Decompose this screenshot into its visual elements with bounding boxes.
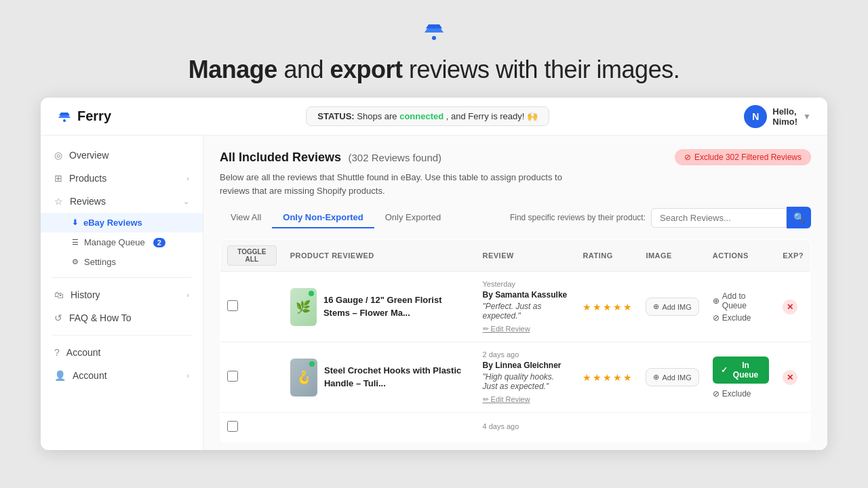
row1-product-image: 🌿 bbox=[290, 288, 317, 326]
row1-stars: ★ ★ ★ ★ ★ bbox=[583, 302, 632, 312]
search-input[interactable] bbox=[651, 208, 787, 228]
orders-icon: 🛍 bbox=[54, 289, 64, 300]
reviews-table: TOGGLE ALL PRODUCT REVIEWED REVIEW RATIN… bbox=[220, 239, 811, 443]
row3-checkbox[interactable] bbox=[227, 421, 238, 432]
app-logo: Ferry bbox=[57, 108, 111, 124]
sidebar-label-products: Products bbox=[69, 173, 106, 184]
search-button[interactable]: 🔍 bbox=[787, 207, 811, 228]
reviews-icon: ☆ bbox=[54, 196, 63, 207]
row2-in-queue-button[interactable]: ✓ In Queue bbox=[713, 357, 769, 384]
sidebar-label-reviews: Reviews bbox=[70, 196, 106, 207]
settings-icon: ⚙ bbox=[72, 258, 79, 266]
sidebar-label-history: FAQ & How To bbox=[69, 312, 132, 323]
hero-title: Manage and export reviews with their ima… bbox=[14, 56, 854, 84]
exclude-btn-label: Exclude 302 Filtered Reviews bbox=[694, 152, 802, 162]
header-user[interactable]: N Hello, Nimo! ▼ bbox=[744, 105, 811, 128]
row2-stars: ★ ★ ★ ★ ★ bbox=[583, 372, 632, 383]
row1-remove-button[interactable]: ✕ bbox=[783, 300, 797, 314]
row1-exclude-link[interactable]: ⊘ Exclude bbox=[713, 313, 769, 323]
row1-edit-review-link[interactable]: ✏ Edit Review bbox=[483, 325, 530, 333]
col-product: PRODUCT REVIEWED bbox=[283, 240, 476, 272]
status-label: STATUS: bbox=[317, 111, 354, 121]
row3-image-cell bbox=[639, 413, 705, 443]
row1-review-cell: Yesterday By Samanta Kassulke "Perfect. … bbox=[476, 272, 576, 342]
row2-product-name: Steel Crochet Hooks with Plastic Handle … bbox=[324, 365, 469, 389]
overview-icon: ◎ bbox=[54, 150, 62, 161]
ferry-logo-icon bbox=[57, 109, 72, 124]
row3-exp-cell bbox=[776, 413, 810, 443]
row1-checkbox[interactable] bbox=[227, 300, 238, 311]
exclude-icon: ⊘ bbox=[684, 152, 691, 162]
row2-review-cell: 2 days ago By Linnea Gleichner "High qua… bbox=[476, 342, 576, 413]
tab-view-all[interactable]: View All bbox=[220, 207, 272, 228]
table-row: 4 days ago bbox=[220, 413, 811, 443]
sidebar-item-account[interactable]: 👤 Account › bbox=[41, 364, 203, 387]
svg-point-0 bbox=[432, 36, 436, 40]
reviews-title-block: All Included Reviews (302 Reviews found) bbox=[220, 150, 441, 165]
search-icon: 🔍 bbox=[793, 212, 805, 223]
row3-review-date: 4 days ago bbox=[483, 422, 570, 430]
app-header: Ferry STATUS: Shops are connected , and … bbox=[41, 98, 827, 136]
sidebar-item-products[interactable]: ⊞ Products › bbox=[41, 167, 203, 190]
reviews-title: All Included Reviews bbox=[220, 150, 341, 164]
row2-checkbox[interactable] bbox=[227, 371, 238, 382]
table-header-row: TOGGLE ALL PRODUCT REVIEWED REVIEW RATIN… bbox=[220, 240, 811, 272]
row3-actions-cell bbox=[706, 413, 776, 443]
sidebar-item-reviews[interactable]: ☆ Reviews ⌄ bbox=[41, 190, 203, 213]
col-actions: ACTIONS bbox=[706, 240, 776, 272]
row1-select-cell bbox=[220, 272, 283, 342]
row1-review-text: "Perfect. Just as expected." bbox=[483, 302, 570, 321]
row2-remove-button[interactable]: ✕ bbox=[783, 370, 797, 385]
col-image: IMAGE bbox=[639, 240, 705, 272]
row2-add-img-label: Add IMG bbox=[662, 373, 691, 382]
exclude-icon-small: ⊘ bbox=[713, 313, 719, 323]
sidebar-item-orders[interactable]: 🛍 History › bbox=[41, 283, 203, 306]
queue-badge: 2 bbox=[153, 238, 165, 247]
row2-select-cell bbox=[220, 342, 283, 413]
sidebar: ◎ Overview ⊞ Products › ☆ Reviews ⌄ ⬇ bbox=[41, 136, 203, 450]
col-review: REVIEW bbox=[476, 240, 576, 272]
queue-icon: ☰ bbox=[72, 238, 79, 247]
ebay-icon: ⬇ bbox=[72, 218, 78, 227]
row2-review-author: By Linnea Gleichner bbox=[483, 361, 570, 370]
col-rating: RATING bbox=[576, 240, 639, 272]
user-avatar: N bbox=[744, 105, 767, 128]
tabs-search-row: View All Only Non-Exported Only Exported… bbox=[220, 207, 811, 228]
row3-review-cell: 4 days ago bbox=[476, 413, 576, 443]
row2-exclude-link[interactable]: ⊘ Exclude bbox=[713, 389, 769, 399]
row2-review-text: "High quality hooks. Just as expected." bbox=[483, 372, 570, 391]
sidebar-item-settings[interactable]: ⚙ Settings bbox=[41, 252, 203, 272]
toggle-all-button[interactable]: TOGGLE ALL bbox=[227, 245, 277, 266]
sidebar-item-manage-queue[interactable]: ☰ Manage Queue 2 bbox=[41, 232, 203, 252]
chevron-orders-icon: › bbox=[186, 291, 189, 299]
row2-actions-cell: ✓ In Queue ⊘ Exclude bbox=[706, 342, 776, 413]
row1-add-img-button[interactable]: ⊕ Add IMG bbox=[646, 298, 698, 316]
sidebar-label-manage-queue: Manage Queue bbox=[84, 237, 145, 247]
sidebar-item-overview[interactable]: ◎ Overview bbox=[41, 144, 203, 167]
tab-exported[interactable]: Only Exported bbox=[374, 207, 452, 228]
sidebar-label-account: Account bbox=[73, 370, 107, 381]
sidebar-item-faq[interactable]: ? Account bbox=[41, 341, 203, 364]
row2-product-image: 🪝 bbox=[290, 359, 317, 396]
tab-non-exported[interactable]: Only Non-Exported bbox=[272, 207, 374, 228]
sidebar-label-overview: Overview bbox=[69, 150, 108, 161]
tabs-bar: View All Only Non-Exported Only Exported bbox=[220, 207, 452, 228]
status-text: Shops are bbox=[357, 111, 397, 121]
row2-rating-cell: ★ ★ ★ ★ ★ bbox=[576, 342, 639, 413]
row1-actions-cell: ⊕ Add to Queue ⊘ Exclude bbox=[706, 272, 776, 342]
search-area: Find specific reviews by their product: … bbox=[510, 207, 811, 228]
faq-icon: ? bbox=[54, 347, 60, 358]
sidebar-item-ebay-reviews[interactable]: ⬇ eBay Reviews bbox=[41, 213, 203, 232]
search-label: Find specific reviews by their product: bbox=[510, 213, 646, 222]
row2-edit-review-link[interactable]: ✏ Edit Review bbox=[483, 395, 530, 403]
col-select: TOGGLE ALL bbox=[220, 240, 283, 272]
exclude-filtered-button[interactable]: ⊘ Exclude 302 Filtered Reviews bbox=[675, 149, 811, 165]
main-content: All Included Reviews (302 Reviews found)… bbox=[203, 136, 827, 450]
reviews-count: (302 Reviews found) bbox=[349, 152, 442, 163]
row1-add-to-queue-link[interactable]: ⊕ Add to Queue bbox=[713, 291, 769, 310]
sidebar-item-history[interactable]: ↺ FAQ & How To bbox=[41, 306, 203, 329]
row2-add-img-button[interactable]: ⊕ Add IMG bbox=[646, 368, 698, 386]
row2-image-cell: ⊕ Add IMG bbox=[639, 342, 705, 413]
account-icon: 👤 bbox=[54, 370, 66, 381]
row1-product-status-dot bbox=[309, 291, 314, 296]
